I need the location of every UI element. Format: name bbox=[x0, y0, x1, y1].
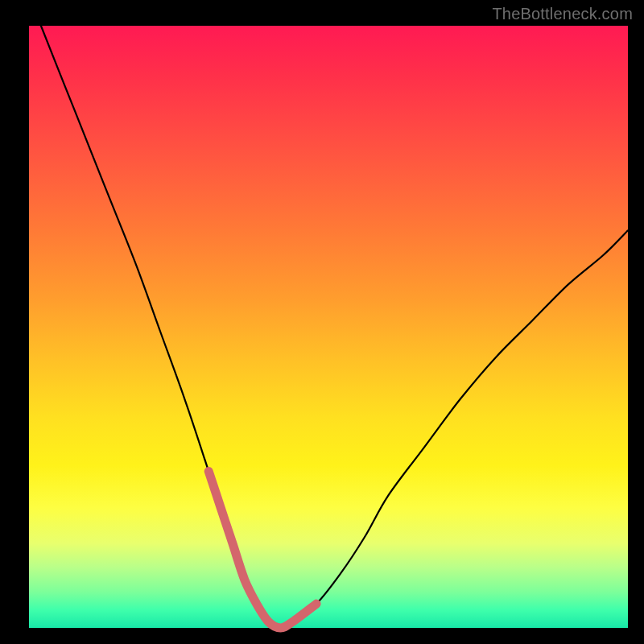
chart-frame: TheBottleneck.com bbox=[0, 0, 644, 644]
bottleneck-curve bbox=[29, 26, 628, 628]
watermark-text: TheBottleneck.com bbox=[492, 5, 633, 23]
plot-area bbox=[29, 26, 628, 628]
highlight-segment bbox=[29, 26, 628, 628]
